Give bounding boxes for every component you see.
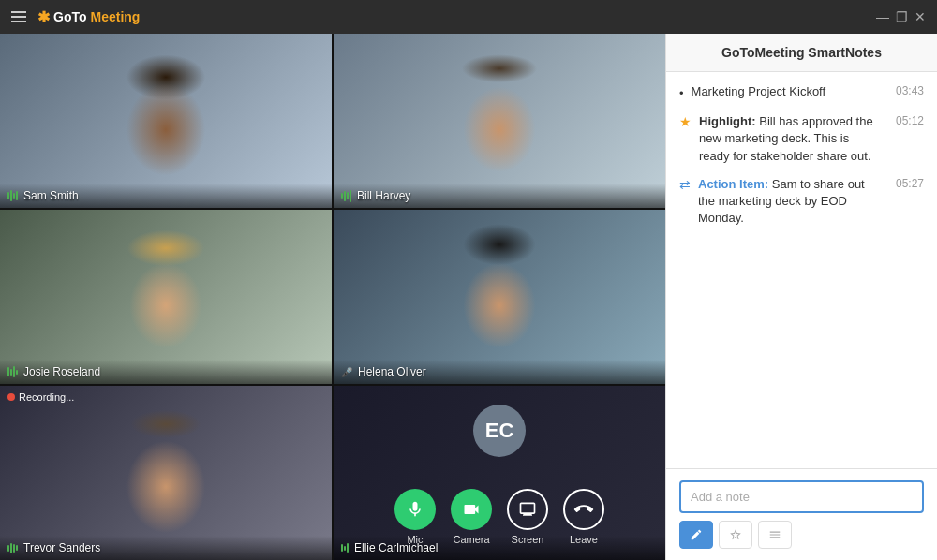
participant-name-trevor: Trevor Sanders (23, 541, 100, 554)
note-time-3: 05:27 (896, 176, 924, 228)
smartnotes-panel: GoToMeeting SmartNotes • Marketing Proje… (665, 34, 937, 560)
note-input-area (666, 468, 937, 560)
note-actions-row (679, 521, 924, 549)
mic-indicator-bill (341, 190, 351, 202)
highlight-label: Highlight: (699, 114, 756, 128)
action-item-icon: ⇄ (679, 176, 691, 228)
video-cell-ec: EC Mic (334, 386, 665, 560)
mic-indicator-sam (7, 190, 18, 201)
note-pencil-button[interactable] (679, 521, 713, 549)
logo-goto: GoTo (53, 9, 87, 24)
ec-avatar: EC (473, 405, 526, 457)
note-bullet-1: • (679, 85, 684, 102)
mic-indicator-ec (341, 543, 349, 553)
video-cell-sam: Sam Smith (0, 34, 332, 208)
video-overlay-trevor: Trevor Sanders (0, 536, 332, 560)
video-overlay-sam: Sam Smith (0, 184, 332, 208)
note-text-3: Action Item: Sam to share out the market… (698, 176, 883, 228)
video-overlay-helena: 🎤 Helena Oliver (334, 360, 665, 384)
participant-name-bill: Bill Harvey (357, 189, 410, 202)
leave-control-circle (563, 489, 604, 530)
title-bar-left: ✱ GoToMeeting (11, 8, 140, 26)
video-cell-josie: Josie Roseland (0, 210, 332, 384)
note-star-button[interactable] (719, 521, 752, 549)
note-text-1: Marketing Project Kickoff (692, 83, 883, 102)
participant-name-josie: Josie Roseland (23, 365, 100, 378)
title-bar: ✱ GoToMeeting — ❐ ✕ (0, 0, 937, 34)
mic-control-circle (394, 489, 436, 530)
note-time-1: 03:43 (896, 83, 924, 102)
note-time-2: 05:12 (896, 113, 924, 165)
participant-name-ec: Ellie Carlmichael (354, 541, 438, 554)
video-cell-trevor: Recording... Trevor Sanders (0, 386, 332, 560)
participant-name-sam: Sam Smith (23, 189, 79, 202)
mic-indicator-josie (7, 366, 18, 377)
close-button[interactable]: ✕ (915, 11, 926, 22)
note-text-2: Highlight: Bill has approved the new mar… (699, 113, 883, 165)
camera-control-circle (451, 489, 492, 530)
video-cell-bill: Bill Harvey (334, 34, 665, 208)
logo-asterisk: ✱ (37, 8, 50, 26)
video-grid: Sam Smith Bill Harvey (0, 34, 665, 560)
action-label: Action Item: (698, 177, 768, 191)
recording-badge: Recording... (7, 391, 74, 403)
logo-meeting: Meeting (91, 9, 141, 24)
note-item-3: ⇄ Action Item: Sam to share out the mark… (679, 176, 924, 228)
mic-indicator-trevor (7, 543, 18, 553)
video-grid-container: Sam Smith Bill Harvey (0, 34, 665, 560)
smartnotes-content: • Marketing Project Kickoff 03:43 ★ High… (666, 72, 937, 468)
highlight-star-icon: ★ (679, 113, 692, 165)
recording-label: Recording... (19, 391, 74, 403)
video-overlay-josie: Josie Roseland (0, 360, 332, 384)
note-item-1: • Marketing Project Kickoff 03:43 (679, 83, 924, 102)
hamburger-menu-icon[interactable] (11, 11, 26, 22)
video-overlay-ec: Ellie Carlmichael (334, 536, 665, 560)
screen-control-circle (507, 489, 548, 530)
video-cell-helena: 🎤 Helena Oliver (334, 210, 665, 384)
recording-dot (7, 393, 15, 401)
app-logo: ✱ GoToMeeting (37, 8, 140, 26)
mic-muted-icon-helena: 🎤 (341, 367, 352, 377)
note-item-2: ★ Highlight: Bill has approved the new m… (679, 113, 924, 165)
note-input-field[interactable] (679, 480, 924, 513)
participant-name-helena: Helena Oliver (358, 365, 426, 378)
note-options-button[interactable] (758, 521, 792, 549)
window-controls: — ❐ ✕ (877, 11, 926, 22)
smartnotes-header: GoToMeeting SmartNotes (666, 34, 937, 72)
maximize-button[interactable]: ❐ (896, 11, 907, 22)
video-overlay-bill: Bill Harvey (334, 184, 665, 208)
minimize-button[interactable]: — (877, 11, 888, 22)
main-content: Sam Smith Bill Harvey (0, 34, 937, 560)
